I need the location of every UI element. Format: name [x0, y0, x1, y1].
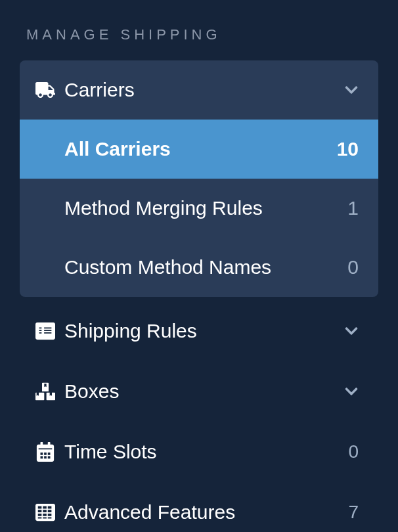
sidebar-list: Shipping Rules Boxes Time Slots 0 — [20, 297, 378, 532]
truck-icon — [35, 80, 64, 100]
sidebar-item-time-slots[interactable]: Time Slots 0 — [20, 422, 378, 482]
chevron-down-icon — [344, 324, 359, 338]
sidebar-item-advanced-features[interactable]: Advanced Features 7 — [20, 482, 378, 532]
grid-icon — [35, 502, 64, 522]
sidebar-item-count: 7 — [348, 502, 359, 523]
sidebar-subitem-label: Custom Method Names — [64, 256, 347, 278]
sidebar-item-boxes[interactable]: Boxes — [20, 361, 378, 422]
sidebar-subitem-count: 0 — [347, 256, 359, 278]
chevron-down-icon — [344, 83, 359, 97]
sidebar-item-carriers[interactable]: Carriers — [20, 60, 378, 120]
sidebar-item-shipping-rules[interactable]: Shipping Rules — [20, 301, 378, 361]
calendar-icon — [35, 442, 64, 462]
sidebar-subitem-method-merging-rules[interactable]: Method Merging Rules 1 — [20, 179, 378, 238]
sidebar-subitem-all-carriers[interactable]: All Carriers 10 — [20, 120, 378, 179]
chevron-down-icon — [344, 384, 359, 399]
sidebar-subitem-count: 1 — [347, 197, 359, 219]
sidebar-item-label: Boxes — [64, 380, 344, 403]
sidebar-subitem-count: 10 — [337, 138, 359, 160]
carriers-panel: Carriers All Carriers 10 Method Merging … — [20, 60, 378, 297]
sidebar-item-label: Carriers — [64, 79, 344, 101]
sidebar-item-label: Advanced Features — [64, 501, 348, 523]
section-title: MANAGE SHIPPING — [26, 26, 378, 43]
sidebar-subitem-label: Method Merging Rules — [64, 197, 347, 219]
sidebar-item-label: Time Slots — [64, 441, 348, 463]
sidebar-subitem-custom-method-names[interactable]: Custom Method Names 0 — [20, 238, 378, 297]
sidebar-item-count: 0 — [348, 441, 359, 462]
sidebar-subitem-label: All Carriers — [64, 138, 337, 160]
boxes-icon — [35, 382, 64, 401]
sidebar-item-label: Shipping Rules — [64, 320, 344, 342]
list-icon — [35, 321, 64, 341]
